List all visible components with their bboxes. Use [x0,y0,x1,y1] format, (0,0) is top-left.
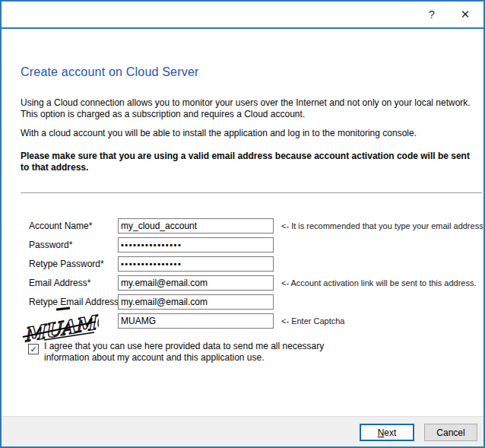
retype-password-input[interactable] [118,256,274,272]
captcha-hint: <- Enter Captcha [281,316,344,326]
password-input[interactable] [118,237,274,253]
section-divider [21,192,482,193]
agree-checkbox-label[interactable]: I agree that you can use here provided d… [44,341,362,364]
email-address-hint: <- Account activation link will be sent … [281,278,477,288]
account-name-hint: <- It is recommended that you type your … [281,221,485,230]
title-bar: ? ✕ [2,2,483,29]
email-address-label: Email Address* [29,278,90,288]
cancel-button[interactable]: Cancel [424,424,477,441]
create-cloud-account-dialog: ? ✕ Create account on Cloud Server Using… [0,0,485,448]
retype-password-label: Retype Password* [29,259,104,269]
retype-email-input[interactable] [118,294,274,310]
account-name-input[interactable] [118,218,274,234]
help-button[interactable]: ? [423,6,441,23]
email-address-input[interactable] [118,275,274,291]
agree-checkbox[interactable]: ✓ [28,344,39,354]
intro-paragraph-1: Using a Cloud connection allows you to m… [21,97,477,120]
next-button-label: ext [384,427,396,438]
intro-paragraph-2: With a cloud account you will be able to… [21,128,477,139]
close-button[interactable]: ✕ [456,6,474,23]
page-title: Create account on Cloud Server [21,65,199,79]
captcha-image: MUAMG [21,305,99,345]
account-name-label: Account Name* [29,221,92,231]
password-label: Password* [29,240,72,250]
captcha-input[interactable] [118,313,274,329]
captcha-text: MUAMG [24,308,99,345]
next-button[interactable]: Next [360,424,414,441]
email-warning-text: Please make sure that you are using a va… [21,151,477,173]
